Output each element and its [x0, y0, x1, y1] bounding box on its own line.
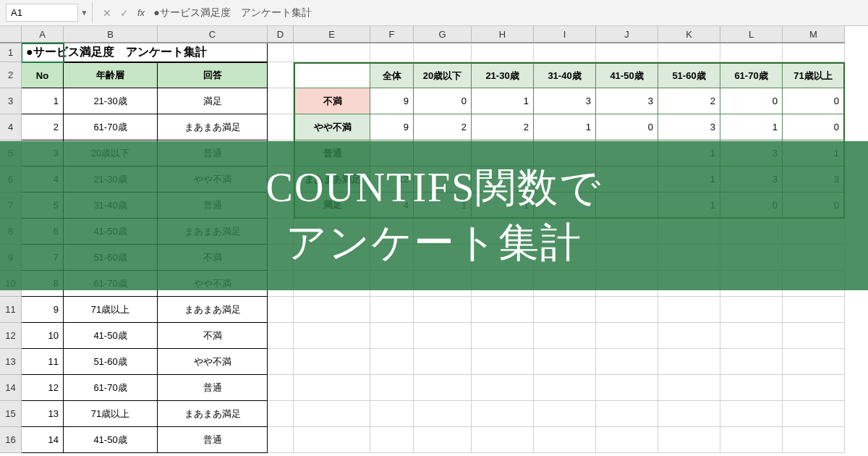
enter-icon[interactable]: ✓	[116, 7, 133, 19]
row-header[interactable]: 1	[0, 43, 22, 62]
table-row[interactable]: 10	[22, 323, 64, 349]
cell[interactable]	[596, 43, 658, 62]
col-header[interactable]: H	[472, 26, 534, 43]
cell[interactable]	[596, 297, 658, 323]
cell[interactable]	[294, 297, 370, 323]
pivot-col-header[interactable]: 全体	[370, 62, 414, 88]
cell[interactable]	[534, 375, 596, 401]
col-header[interactable]: F	[370, 26, 414, 43]
col-header[interactable]: K	[658, 26, 720, 43]
cell[interactable]	[658, 401, 720, 427]
pivot-col-header[interactable]: 51-60歳	[658, 62, 720, 88]
col-header[interactable]: D	[268, 26, 294, 43]
pivot-cell[interactable]: 0	[783, 88, 845, 114]
cell[interactable]	[720, 323, 783, 349]
table-row[interactable]: 21-30歳	[64, 88, 158, 114]
table-row[interactable]: 41-50歳	[64, 427, 158, 453]
cell[interactable]	[414, 375, 472, 401]
col-header[interactable]: J	[596, 26, 658, 43]
pivot-cell[interactable]: 9	[370, 88, 414, 114]
pivot-cell[interactable]: 0	[720, 88, 783, 114]
left-header-no[interactable]: No	[22, 62, 64, 88]
select-all-corner[interactable]	[0, 26, 22, 43]
cell[interactable]	[783, 401, 845, 427]
cell[interactable]	[268, 427, 294, 453]
cell[interactable]	[783, 323, 845, 349]
row-header[interactable]: 15	[0, 401, 22, 427]
cell[interactable]	[472, 375, 534, 401]
table-row[interactable]: 普通	[158, 427, 268, 453]
formula-input[interactable]	[149, 4, 862, 22]
cell[interactable]	[294, 43, 370, 62]
cell[interactable]	[534, 349, 596, 375]
table-row[interactable]: 71歳以上	[64, 297, 158, 323]
row-header[interactable]: 12	[0, 323, 22, 349]
col-header[interactable]: E	[294, 26, 370, 43]
col-header[interactable]: A	[22, 26, 64, 43]
row-header[interactable]: 3	[0, 88, 22, 114]
table-row[interactable]: 不満	[158, 323, 268, 349]
pivot-cell[interactable]: 0	[414, 88, 472, 114]
cell[interactable]	[268, 375, 294, 401]
cell[interactable]	[783, 427, 845, 453]
cell[interactable]	[596, 427, 658, 453]
cell[interactable]	[720, 43, 783, 62]
col-header[interactable]: L	[720, 26, 783, 43]
row-header[interactable]: 13	[0, 349, 22, 375]
col-header[interactable]: M	[783, 26, 845, 43]
table-row[interactable]: 51-60歳	[64, 349, 158, 375]
cell[interactable]	[414, 349, 472, 375]
cell[interactable]	[294, 323, 370, 349]
cell[interactable]	[268, 43, 294, 62]
pivot-corner[interactable]	[294, 62, 370, 88]
cell[interactable]	[370, 401, 414, 427]
cell[interactable]	[658, 375, 720, 401]
pivot-cell[interactable]: 1	[472, 88, 534, 114]
cell[interactable]	[596, 349, 658, 375]
cell[interactable]	[294, 375, 370, 401]
pivot-col-header[interactable]: 20歳以下	[414, 62, 472, 88]
cell[interactable]	[370, 375, 414, 401]
cell[interactable]	[294, 427, 370, 453]
cell[interactable]	[783, 375, 845, 401]
table-row[interactable]: 12	[22, 375, 64, 401]
row-header[interactable]: 14	[0, 375, 22, 401]
cell[interactable]	[268, 88, 294, 114]
cell[interactable]	[472, 323, 534, 349]
cell[interactable]	[268, 297, 294, 323]
table-row[interactable]: 2	[22, 114, 64, 140]
cell[interactable]	[596, 323, 658, 349]
cell[interactable]	[534, 323, 596, 349]
pivot-cell[interactable]: 3	[596, 88, 658, 114]
pivot-col-header[interactable]: 41-50歳	[596, 62, 658, 88]
cell[interactable]	[414, 427, 472, 453]
left-header-age[interactable]: 年齢層	[64, 62, 158, 88]
col-header[interactable]: C	[158, 26, 268, 43]
cell[interactable]	[268, 62, 294, 88]
table-row[interactable]: 61-70歳	[64, 114, 158, 140]
pivot-col-header[interactable]: 31-40歳	[534, 62, 596, 88]
cell[interactable]	[414, 43, 472, 62]
pivot-col-header[interactable]: 71歳以上	[783, 62, 845, 88]
cell[interactable]	[534, 427, 596, 453]
pivot-cell[interactable]: 2	[414, 114, 472, 140]
pivot-row-label[interactable]: 不満	[294, 88, 370, 114]
cell[interactable]	[658, 427, 720, 453]
cell[interactable]	[472, 401, 534, 427]
fx-icon[interactable]: fx	[137, 7, 145, 18]
cell[interactable]	[414, 323, 472, 349]
pivot-cell[interactable]: 2	[472, 114, 534, 140]
table-row[interactable]: やや不満	[158, 349, 268, 375]
pivot-cell[interactable]: 3	[534, 88, 596, 114]
table-row[interactable]: 13	[22, 401, 64, 427]
table-row[interactable]: 9	[22, 297, 64, 323]
cell[interactable]	[720, 401, 783, 427]
cell[interactable]	[783, 349, 845, 375]
cell[interactable]	[472, 427, 534, 453]
cell[interactable]	[370, 297, 414, 323]
pivot-cell[interactable]: 1	[720, 114, 783, 140]
table-row[interactable]: 1	[22, 88, 64, 114]
cell[interactable]	[268, 349, 294, 375]
cell[interactable]	[472, 297, 534, 323]
cell[interactable]	[414, 297, 472, 323]
